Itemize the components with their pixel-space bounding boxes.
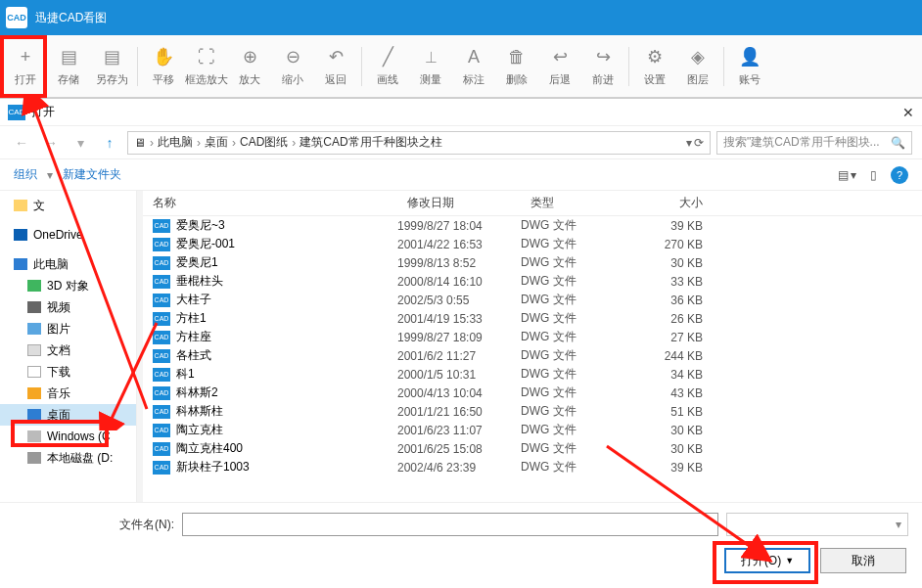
- main-toolbar: +打开▤存储▤另存为✋平移⛶框选放大⊕放大⊖缩小↶返回╱画线⟂测量A标注🗑删除↩…: [0, 35, 922, 98]
- dialog-footer: 文件名(N): ▾ 打开(O)▼ 取消: [0, 502, 922, 583]
- folder-icon: [27, 301, 41, 313]
- dialog-title: 打开: [31, 104, 55, 120]
- col-size[interactable]: 大小: [624, 195, 722, 211]
- breadcrumb[interactable]: 🖥›此电脑›桌面›CAD图纸›建筑CAD常用千种图块之柱▾ ⟳: [127, 131, 711, 155]
- file-row[interactable]: CAD垂棍柱头2000/8/14 16:10DWG 文件33 KB: [143, 272, 922, 291]
- file-row[interactable]: CAD科12000/1/5 10:31DWG 文件34 KB: [143, 365, 922, 384]
- tree-item-文档[interactable]: 文档: [0, 339, 136, 361]
- folder-icon: [27, 280, 41, 292]
- toolbar-平移[interactable]: ✋平移: [142, 38, 185, 95]
- toolbar-标注[interactable]: A标注: [452, 38, 495, 95]
- toolbar-设置[interactable]: ⚙设置: [633, 38, 676, 95]
- toolbar-打开[interactable]: +打开: [4, 38, 47, 95]
- breadcrumb-segment[interactable]: 建筑CAD常用千种图块之柱: [300, 134, 441, 151]
- file-row[interactable]: CAD爱奥尼-0012001/4/22 16:53DWG 文件270 KB: [143, 235, 922, 253]
- file-row[interactable]: CAD陶立克柱4002001/6/25 15:08DWG 文件30 KB: [143, 439, 922, 458]
- toolbar-画线[interactable]: ╱画线: [366, 38, 409, 95]
- cancel-button[interactable]: 取消: [820, 548, 906, 573]
- nav-recent-dropdown[interactable]: ▾: [69, 131, 92, 155]
- breadcrumb-segment[interactable]: 此电脑: [158, 134, 193, 151]
- search-icon[interactable]: 🔍: [891, 136, 905, 150]
- file-row[interactable]: CAD大柱子2002/5/3 0:55DWG 文件36 KB: [143, 291, 922, 309]
- dwg-file-icon: CAD: [153, 331, 170, 344]
- file-row[interactable]: CAD方柱12001/4/19 15:33DWG 文件26 KB: [143, 309, 922, 328]
- 后退-icon: ↩: [548, 45, 572, 68]
- filename-input[interactable]: [182, 513, 718, 536]
- toolbar-存储[interactable]: ▤存储: [47, 38, 90, 95]
- folder-icon: [14, 258, 27, 270]
- filename-label: 文件名(N):: [119, 517, 174, 533]
- col-name[interactable]: 名称: [143, 195, 397, 211]
- file-row[interactable]: CAD各柱式2001/6/2 11:27DWG 文件244 KB: [143, 346, 922, 365]
- dwg-file-icon: CAD: [153, 461, 170, 475]
- 框选放大-icon: ⛶: [195, 45, 218, 68]
- folder-icon: [27, 366, 41, 378]
- file-row[interactable]: CAD爱奥尼~31999/8/27 18:04DWG 文件39 KB: [143, 216, 922, 235]
- toolbar-后退[interactable]: ↩后退: [538, 38, 581, 95]
- app-logo-icon: CAD: [6, 7, 27, 28]
- tree-item-Windows (C[interactable]: Windows (C: [0, 426, 136, 447]
- toolbar-框选放大[interactable]: ⛶框选放大: [185, 38, 228, 95]
- 前进-icon: ↪: [591, 45, 615, 68]
- toolbar-放大[interactable]: ⊕放大: [228, 38, 271, 95]
- toolbar-缩小[interactable]: ⊖缩小: [271, 38, 314, 95]
- view-mode-button[interactable]: ▤▾: [838, 168, 856, 182]
- organize-menu[interactable]: 组织: [14, 166, 37, 183]
- tree-item-视频[interactable]: 视频: [0, 296, 136, 318]
- dialog-titlebar: CAD 打开 ✕: [0, 99, 922, 126]
- breadcrumb-segment[interactable]: CAD图纸: [240, 134, 288, 151]
- dwg-file-icon: CAD: [153, 238, 170, 251]
- file-row[interactable]: CAD科林斯柱2001/1/21 16:50DWG 文件51 KB: [143, 402, 922, 421]
- toolbar-测量[interactable]: ⟂测量: [409, 38, 452, 95]
- col-date[interactable]: 修改日期: [397, 195, 521, 211]
- tree-item-图片[interactable]: 图片: [0, 318, 136, 339]
- 另存为-icon: ▤: [100, 45, 123, 68]
- dwg-file-icon: CAD: [153, 368, 170, 382]
- tree-item-音乐[interactable]: 音乐: [0, 383, 136, 404]
- 删除-icon: 🗑: [505, 45, 529, 68]
- open-button[interactable]: 打开(O)▼: [724, 548, 810, 573]
- folder-tree: 文OneDrive此电脑3D 对象视频图片文档下载音乐桌面Windows (C本…: [0, 191, 137, 502]
- file-row[interactable]: CAD新块柱子10032002/4/6 23:39DWG 文件39 KB: [143, 458, 922, 476]
- nav-back-button[interactable]: ←: [10, 131, 33, 155]
- toolbar-图层[interactable]: ◈图层: [676, 38, 719, 95]
- dwg-file-icon: CAD: [153, 405, 170, 419]
- file-row[interactable]: CAD爱奥尼11999/8/13 8:52DWG 文件30 KB: [143, 253, 922, 272]
- file-filter-dropdown[interactable]: ▾: [726, 513, 908, 536]
- new-folder-button[interactable]: 新建文件夹: [63, 166, 121, 183]
- dwg-file-icon: CAD: [153, 219, 170, 233]
- toolbar-前进[interactable]: ↪前进: [581, 38, 624, 95]
- file-row[interactable]: CAD方柱座1999/8/27 18:09DWG 文件27 KB: [143, 328, 922, 346]
- search-input[interactable]: 搜索"建筑CAD常用千种图块... 🔍: [716, 131, 912, 155]
- tree-item-文[interactable]: 文: [0, 195, 136, 216]
- file-row[interactable]: CAD科林斯22000/4/13 10:04DWG 文件43 KB: [143, 384, 922, 402]
- folder-icon: [27, 409, 41, 421]
- tree-item-3D 对象[interactable]: 3D 对象: [0, 275, 136, 296]
- tree-item-此电脑[interactable]: 此电脑: [0, 253, 136, 275]
- navigation-bar: ← → ▾ ↑ 🖥›此电脑›桌面›CAD图纸›建筑CAD常用千种图块之柱▾ ⟳ …: [0, 126, 922, 159]
- breadcrumb-dropdown-icon[interactable]: ▾: [686, 136, 692, 150]
- folder-icon: [27, 323, 41, 335]
- dwg-file-icon: CAD: [153, 349, 170, 363]
- file-row[interactable]: CAD陶立克柱2001/6/23 11:07DWG 文件30 KB: [143, 421, 922, 439]
- nav-up-button[interactable]: ↑: [98, 131, 121, 155]
- folder-icon: [27, 452, 41, 464]
- tree-item-桌面[interactable]: 桌面: [0, 404, 136, 426]
- preview-pane-button[interactable]: ▯: [870, 168, 877, 182]
- 设置-icon: ⚙: [643, 45, 667, 68]
- col-type[interactable]: 类型: [521, 195, 624, 211]
- breadcrumb-refresh-icon[interactable]: ⟳: [694, 136, 704, 150]
- tree-item-下载[interactable]: 下载: [0, 361, 136, 383]
- toolbar-删除[interactable]: 🗑删除: [495, 38, 538, 95]
- dwg-file-icon: CAD: [153, 294, 170, 307]
- 返回-icon: ↶: [324, 45, 347, 68]
- close-icon[interactable]: ✕: [902, 105, 914, 120]
- tree-item-OneDrive[interactable]: OneDrive: [0, 224, 136, 246]
- toolbar-返回[interactable]: ↶返回: [314, 38, 357, 95]
- help-icon[interactable]: ?: [891, 166, 908, 184]
- dwg-file-icon: CAD: [153, 442, 170, 456]
- toolbar-账号[interactable]: 👤账号: [728, 38, 771, 95]
- toolbar-另存为[interactable]: ▤另存为: [90, 38, 133, 95]
- breadcrumb-segment[interactable]: 桌面: [205, 134, 228, 151]
- tree-item-本地磁盘 (D:[interactable]: 本地磁盘 (D:: [0, 447, 136, 469]
